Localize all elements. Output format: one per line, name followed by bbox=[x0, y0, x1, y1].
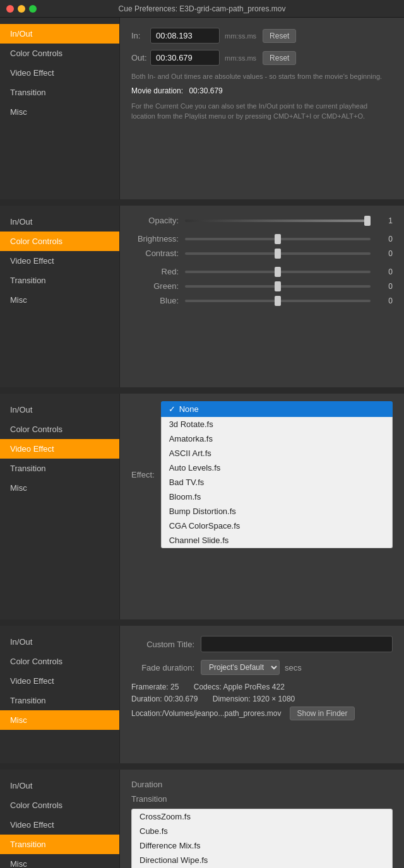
transition-dropdown-list: CrossZoom.fs Cube.fs Difference Mix.fs D… bbox=[131, 809, 393, 868]
location-label: Location: bbox=[131, 709, 162, 718]
extra-info: For the Current Cue you can also set the… bbox=[131, 102, 393, 121]
effect-option-amatorka[interactable]: Amatorka.fs bbox=[162, 431, 392, 446]
in-reset-button[interactable]: Reset bbox=[263, 29, 296, 43]
panel-misc: In/Out Color Controls Video Effect Trans… bbox=[0, 626, 404, 765]
transition-duration-label: Duration bbox=[131, 780, 393, 789]
effect-row: Effect: ✓ None 3d Rotate.fs Amatorka.fs … bbox=[131, 401, 393, 548]
sidebar-item-colorcontrols3[interactable]: Color Controls bbox=[0, 419, 119, 439]
opacity-thumb[interactable] bbox=[364, 216, 371, 226]
sidebar-item-misc5[interactable]: Misc bbox=[0, 854, 119, 868]
sidebar-item-inout3[interactable]: In/Out bbox=[0, 400, 119, 419]
transition-option-crosszoom[interactable]: CrossZoom.fs bbox=[132, 809, 392, 824]
out-format: mm:ss.ms bbox=[225, 54, 256, 62]
effect-option-bumpdistortion[interactable]: Bump Distortion.fs bbox=[162, 504, 392, 519]
content-transition: Duration Transition CrossZoom.fs Cube.fs… bbox=[120, 770, 404, 868]
effect-option-3drotate[interactable]: 3d Rotate.fs bbox=[162, 417, 392, 431]
sidebar-item-videoeffect5[interactable]: Video Effect bbox=[0, 815, 119, 835]
out-reset-button[interactable]: Reset bbox=[263, 51, 296, 65]
effect-option-autolevels[interactable]: Auto Levels.fs bbox=[162, 460, 392, 475]
dimension-label: Dimension: bbox=[213, 695, 251, 703]
misc-duration-value: 00:30.679 bbox=[164, 695, 198, 703]
contrast-slider[interactable] bbox=[185, 252, 371, 255]
sidebar-item-misc4[interactable]: Misc bbox=[0, 710, 119, 730]
brightness-slider[interactable] bbox=[185, 238, 371, 240]
in-format: mm:ss.ms bbox=[225, 32, 256, 40]
maximize-button[interactable] bbox=[29, 5, 37, 13]
sidebar-item-misc2[interactable]: Misc bbox=[0, 290, 119, 310]
effect-label: Effect: bbox=[131, 470, 155, 479]
sidebar-item-colorcontrols4[interactable]: Color Controls bbox=[0, 652, 119, 671]
transition-option-directionalwipe[interactable]: Directional Wipe.fs bbox=[132, 853, 392, 867]
effect-dropdown-list: 3d Rotate.fs Amatorka.fs ASCII Art.fs Au… bbox=[161, 417, 393, 548]
opacity-label: Opacity: bbox=[131, 216, 185, 225]
sidebar-item-transition5[interactable]: Transition bbox=[0, 835, 119, 854]
contrast-label: Contrast: bbox=[131, 249, 185, 258]
effect-option-bloom[interactable]: Bloom.fs bbox=[162, 490, 392, 504]
red-thumb[interactable] bbox=[275, 267, 281, 277]
green-label: Green: bbox=[131, 281, 185, 291]
effect-selected-text: None bbox=[179, 404, 199, 414]
effect-option-badtv[interactable]: Bad TV.fs bbox=[162, 475, 392, 490]
custom-title-label: Custom Title: bbox=[131, 640, 201, 649]
window-title: Cue Preferences: E3D-grid-cam-path_prore… bbox=[119, 4, 286, 13]
effect-option-cgacolorspace[interactable]: CGA ColorSpace.fs bbox=[162, 519, 392, 533]
content-colorcontrols: Opacity: 1 Brightness: 0 Contrast: 0 Red… bbox=[120, 206, 404, 387]
fade-duration-label: Fade duration: bbox=[131, 663, 201, 672]
brightness-thumb[interactable] bbox=[275, 234, 281, 244]
sidebar-item-transition2[interactable]: Transition bbox=[0, 271, 119, 290]
effect-option-asciiart[interactable]: ASCII Art.fs bbox=[162, 446, 392, 460]
sidebar-inout: In/Out Color Controls Video Effect Trans… bbox=[0, 18, 120, 199]
sidebar-item-transition3[interactable]: Transition bbox=[0, 459, 119, 478]
sidebar-item-videoeffect2[interactable]: Video Effect bbox=[0, 251, 119, 271]
codecs-value: Apple ProRes 422 bbox=[223, 683, 284, 691]
sidebar-item-inout2[interactable]: In/Out bbox=[0, 212, 119, 232]
effect-option-channelslide[interactable]: Channel Slide.fs bbox=[162, 533, 392, 548]
content-inout: In: mm:ss.ms Reset Out: mm:ss.ms Reset B… bbox=[120, 18, 404, 199]
fade-duration-select[interactable]: Project's Default 0.5 1.0 1.5 2.0 bbox=[201, 660, 280, 675]
duration-value: 00:30.679 bbox=[189, 86, 222, 95]
effect-dropdown: ✓ None 3d Rotate.fs Amatorka.fs ASCII Ar… bbox=[161, 401, 393, 548]
blue-label: Blue: bbox=[131, 296, 185, 305]
red-label: Red: bbox=[131, 267, 185, 276]
out-label: Out: bbox=[131, 53, 150, 62]
location-value: /Volumes/jeanpo...path_prores.mov bbox=[162, 709, 282, 718]
framerate-row: Framerate: 25 Codecs: Apple ProRes 422 bbox=[131, 683, 393, 691]
opacity-slider[interactable] bbox=[185, 220, 371, 222]
sidebar-item-videoeffect4[interactable]: Video Effect bbox=[0, 671, 119, 691]
sidebar-item-misc3[interactable]: Misc bbox=[0, 478, 119, 498]
red-slider[interactable] bbox=[185, 271, 371, 273]
green-thumb[interactable] bbox=[275, 281, 281, 291]
sidebar-item-videoeffect3[interactable]: Video Effect bbox=[0, 439, 119, 459]
show-in-finder-button[interactable]: Show in Finder bbox=[290, 707, 354, 720]
in-time-input[interactable] bbox=[150, 28, 220, 44]
sidebar-item-colorcontrols[interactable]: Color Controls bbox=[0, 44, 119, 63]
sidebar-item-transition4[interactable]: Transition bbox=[0, 691, 119, 710]
green-slider[interactable] bbox=[185, 285, 371, 288]
in-label: In: bbox=[131, 31, 150, 40]
contrast-value: 0 bbox=[377, 249, 393, 258]
transition-option-differencemix[interactable]: Difference Mix.fs bbox=[132, 838, 392, 853]
close-button[interactable] bbox=[6, 5, 14, 13]
window-controls[interactable] bbox=[6, 5, 37, 13]
red-value: 0 bbox=[377, 267, 393, 276]
location-row: Location: /Volumes/jeanpo...path_prores.… bbox=[131, 707, 393, 720]
content-videoeffect: Effect: ✓ None 3d Rotate.fs Amatorka.fs … bbox=[120, 394, 404, 619]
custom-title-input[interactable] bbox=[201, 636, 393, 652]
blue-slider[interactable] bbox=[185, 300, 371, 302]
transition-option-cube[interactable]: Cube.fs bbox=[132, 824, 392, 838]
effect-selected[interactable]: ✓ None bbox=[161, 401, 393, 417]
out-time-input[interactable] bbox=[150, 50, 220, 66]
minimize-button[interactable] bbox=[18, 5, 25, 13]
sidebar-item-inout4[interactable]: In/Out bbox=[0, 632, 119, 652]
sidebar-item-inout5[interactable]: In/Out bbox=[0, 776, 119, 795]
title-bar: Cue Preferences: E3D-grid-cam-path_prore… bbox=[0, 0, 404, 18]
sidebar-item-misc[interactable]: Misc bbox=[0, 102, 119, 122]
sidebar-item-videoeffect[interactable]: Video Effect bbox=[0, 63, 119, 83]
sidebar-misc: In/Out Color Controls Video Effect Trans… bbox=[0, 626, 120, 763]
sidebar-item-transition[interactable]: Transition bbox=[0, 83, 119, 102]
sidebar-item-inout[interactable]: In/Out bbox=[0, 24, 119, 44]
blue-thumb[interactable] bbox=[275, 296, 281, 306]
sidebar-item-colorcontrols2[interactable]: Color Controls bbox=[0, 232, 119, 251]
sidebar-item-colorcontrols5[interactable]: Color Controls bbox=[0, 795, 119, 815]
contrast-thumb[interactable] bbox=[275, 249, 281, 259]
